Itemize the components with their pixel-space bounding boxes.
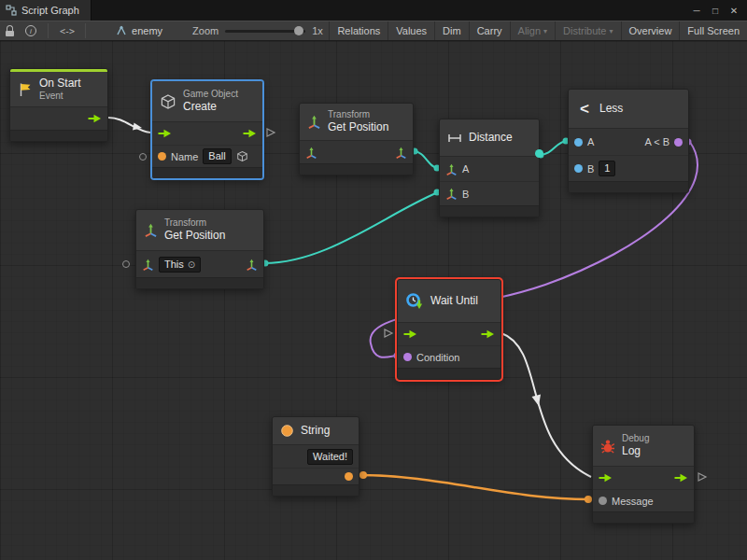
node-get-position-top[interactable]: Transform Get Position (299, 103, 414, 175)
value-input-port[interactable] (574, 138, 583, 147)
tab-title: Script Graph (21, 5, 79, 16)
wire-endpoint (585, 496, 592, 503)
transform-input-port[interactable] (305, 147, 317, 159)
title-bar: Script Graph ─ □ ✕ (0, 0, 747, 21)
node-title: On Start (39, 77, 81, 91)
bool-output-port[interactable] (674, 138, 683, 147)
vector-input-port[interactable] (445, 163, 458, 175)
vector-output-port[interactable] (246, 259, 258, 271)
vector-output-port[interactable] (395, 147, 407, 159)
name-value-field[interactable]: Ball (203, 148, 231, 164)
node-get-position-bottom[interactable]: Transform Get Position This ⊙ (135, 209, 264, 289)
close-button[interactable]: ✕ (725, 2, 743, 19)
zoom-control: Zoom 1x (192, 25, 323, 36)
node-wait-until[interactable]: Wait Until Condition (397, 279, 501, 380)
node-footer (10, 130, 107, 141)
script-graph-tab-icon (6, 5, 17, 16)
node-title: Create (183, 100, 238, 114)
node-title: Wait Until (430, 294, 478, 308)
flow-output-port[interactable] (481, 329, 495, 339)
zoom-value: 1x (312, 25, 323, 36)
node-footer (273, 484, 359, 496)
output-label: A < B (644, 136, 669, 147)
port-label: B (462, 189, 469, 200)
unconnected-value-port[interactable] (139, 153, 147, 161)
unconnected-flow-triangle[interactable] (385, 329, 392, 337)
flow-input-port[interactable] (403, 329, 417, 339)
tab-script-graph[interactable]: Script Graph (0, 0, 92, 21)
node-footer (440, 205, 539, 217)
overview-button[interactable]: Overview (621, 21, 680, 40)
flow-input-port[interactable] (599, 473, 613, 483)
graph-breadcrumb[interactable]: enemy (116, 25, 162, 36)
wire-string-log[interactable] (359, 475, 589, 499)
string-value-field[interactable]: Waited! (307, 449, 353, 465)
node-subtitle: Event (39, 91, 81, 102)
toolbar-divider (85, 23, 86, 38)
flow-output-port[interactable] (674, 473, 688, 483)
graph-asset-icon (116, 25, 127, 36)
info-icon[interactable]: i (20, 25, 42, 36)
string-output-port[interactable] (345, 472, 353, 481)
unconnected-flow-triangle[interactable] (267, 129, 275, 136)
target-field[interactable]: This ⊙ (159, 257, 201, 273)
wire-endpoint (359, 471, 367, 479)
zoom-slider-handle[interactable] (294, 26, 303, 35)
dim-button[interactable]: Dim (434, 21, 469, 40)
transform-axes-icon (307, 115, 321, 129)
values-button[interactable]: Values (388, 21, 434, 40)
condition-input-port[interactable] (403, 353, 412, 361)
align-dropdown[interactable]: Align ▾ (510, 21, 555, 40)
wire-getposition-distance-a[interactable] (414, 151, 438, 168)
node-less[interactable]: < Less A A < B B 1 (568, 89, 689, 193)
unconnected-flow-triangle[interactable] (698, 473, 706, 481)
wire-distance-less[interactable] (540, 141, 567, 155)
bug-icon (600, 439, 615, 454)
graph-name-label: enemy (132, 25, 162, 36)
graph-canvas[interactable]: On Start Event Game Object Create (0, 41, 747, 560)
graph-toolbar: i <-> enemy Zoom 1x Relations Values Dim… (0, 21, 747, 41)
message-input-port[interactable] (599, 497, 607, 505)
fullscreen-button[interactable]: Full Screen (679, 21, 747, 40)
string-input-port[interactable] (158, 152, 166, 161)
wire-onstart-create[interactable] (108, 118, 150, 133)
node-distance[interactable]: Distance A B (439, 119, 540, 217)
node-category: Game Object (183, 89, 238, 100)
object-picker-icon[interactable]: ⊙ (188, 259, 195, 271)
distribute-dropdown[interactable]: Distribute ▾ (555, 21, 620, 40)
wire-wait-log[interactable] (501, 333, 591, 477)
maximize-button[interactable]: □ (706, 2, 725, 19)
node-title: Get Position (328, 120, 388, 134)
fit-icon[interactable]: <-> (54, 26, 79, 36)
wire-getposition-distance-b[interactable] (264, 192, 438, 263)
toolbar-divider (48, 23, 49, 38)
port-label: A (587, 136, 594, 147)
node-category: Transform (164, 217, 225, 229)
node-footer (569, 181, 688, 192)
node-string-literal[interactable]: String Waited! (272, 416, 359, 497)
minimize-button[interactable]: ─ (687, 2, 706, 19)
b-value-field[interactable]: 1 (599, 161, 615, 176)
lock-icon[interactable] (0, 25, 20, 36)
port-label: A (462, 163, 469, 175)
zoom-slider[interactable] (225, 30, 305, 33)
flow-input-port[interactable] (158, 129, 172, 138)
node-on-start-event[interactable]: On Start Event (9, 68, 108, 142)
chevron-down-icon: ▾ (610, 27, 613, 35)
value-output-port[interactable] (535, 149, 543, 158)
value-input-port[interactable] (574, 164, 583, 173)
carry-button[interactable]: Carry (469, 21, 510, 40)
vector-input-port[interactable] (445, 188, 458, 200)
node-footer (300, 163, 413, 175)
relations-button[interactable]: Relations (329, 21, 388, 40)
node-debug-log[interactable]: Debug Log Message (592, 425, 695, 524)
transform-axes-icon (144, 223, 158, 237)
flow-output-port[interactable] (243, 129, 257, 138)
unconnected-value-port[interactable] (122, 260, 130, 268)
transform-input-port[interactable] (142, 259, 154, 271)
node-category: Transform (328, 109, 388, 120)
flow-output-port[interactable] (88, 114, 102, 123)
node-create-gameobject[interactable]: Game Object Create Name Ball (151, 80, 263, 179)
port-label: Name (171, 151, 198, 162)
less-icon: < (576, 100, 593, 119)
